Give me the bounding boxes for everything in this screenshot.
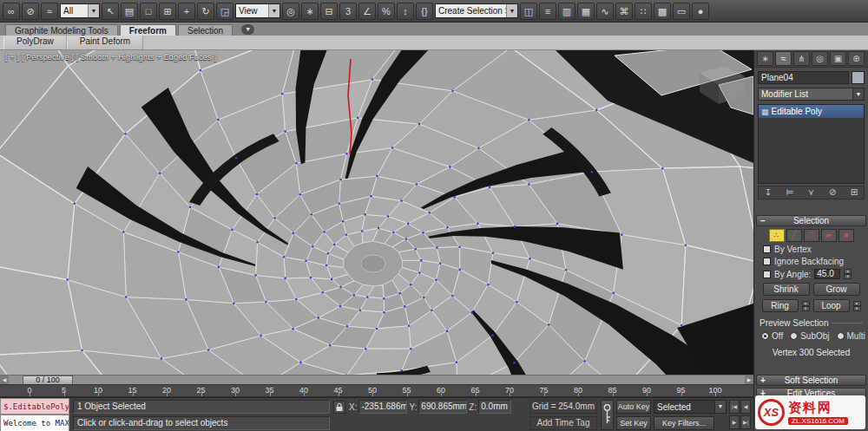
next-frame-button[interactable]: ▶ [729,415,740,429]
curve-editor-icon[interactable]: ∿ [596,3,614,20]
spinner-snap-icon[interactable]: ↕ [397,3,414,20]
set-keys-button[interactable] [601,400,614,430]
create-tab[interactable]: ∗ [757,51,773,66]
selection-rollout-header[interactable]: − Selection [756,215,866,226]
maxscript-listener[interactable]: Welcome to MAX! [0,415,69,431]
ribbon-panel-paint-deform[interactable]: Paint Deform [67,36,143,49]
edge-mode-icon[interactable]: ╱ [786,229,802,242]
key-filters-button[interactable]: Key Filters... [654,416,714,430]
goto-start-button[interactable]: |◀ [729,400,740,414]
display-tab[interactable]: ▣ [830,51,846,66]
maxscript-macro-recorder[interactable]: $.EditablePoly [0,398,69,415]
ribbon-tab-selection[interactable]: Selection [178,24,233,36]
percent-snap-icon[interactable]: % [378,3,395,20]
select-and-rotate-icon[interactable]: ↻ [197,3,214,20]
by-angle-row[interactable]: By Angle: 45.0 ▲▼ [763,269,868,279]
ring-spinner[interactable]: ▲▼ [802,301,810,311]
ribbon-tab-freeform[interactable]: Freeform [120,24,176,36]
selection-set-dropdown[interactable]: Selected ▼ [654,400,727,414]
y-value-field[interactable]: 690.865mm [418,400,467,414]
loop-spinner[interactable]: ▲▼ [853,301,861,311]
preview-subobj-radio[interactable]: SubObj [790,331,829,341]
stack-item-icon: ▦ [761,108,769,116]
stack-item-editable-poly[interactable]: ▦ Editable Poly [759,105,864,118]
render-production-icon[interactable]: ● [692,3,709,20]
mirror-icon[interactable]: ◫ [520,3,537,20]
preview-multi-radio[interactable]: Multi [837,331,865,341]
schematic-view-icon[interactable]: ⌘ [615,3,633,20]
z-value-field[interactable]: 0.0mm [478,400,511,414]
layer-manager-icon[interactable]: ▥ [558,3,575,20]
border-mode-icon[interactable]: □ [804,229,819,242]
polygon-mode-icon[interactable]: ▰ [821,229,837,242]
by-vertex-checkbox-row[interactable]: By Vertex [763,245,868,254]
rendered-frame-window-icon[interactable]: ▭ [673,3,690,20]
select-and-link-icon[interactable]: ∞ [3,3,20,20]
selection-filter-dropdown[interactable]: All▼ [60,3,100,18]
by-angle-checkbox[interactable] [763,271,771,278]
add-time-tag-button[interactable]: Add Time Tag [529,416,597,430]
modifier-list-dropdown[interactable]: Modifier List ▼ [758,88,865,101]
ignore-backfacing-checkbox[interactable] [763,258,771,265]
ring-button[interactable]: Ring [762,299,799,312]
select-by-name-icon[interactable]: ▤ [121,3,138,20]
align-icon[interactable]: ≡ [539,3,556,20]
track-bar[interactable]: ◀ 0 / 100 ▶ [0,375,753,384]
selection-lock-toggle[interactable] [333,401,345,414]
material-editor-icon[interactable]: ∷ [635,3,652,20]
watermark: XS 资料网 ZL.XS1616.COM [755,395,865,429]
set-key-button[interactable]: Set Key [616,416,651,430]
select-object-icon[interactable]: ↖ [102,3,119,20]
bind-to-space-warp-icon[interactable]: ≈ [41,3,58,20]
select-and-scale-icon[interactable]: ◲ [216,3,233,20]
configure-modifier-sets-icon[interactable]: ⊞ [847,187,861,198]
show-end-result-icon[interactable]: ⊨ [783,187,797,198]
rectangular-selection-region-icon[interactable]: □ [140,3,157,20]
select-and-move-icon[interactable]: + [178,3,195,20]
modify-tab[interactable]: ≈ [775,51,792,66]
loop-button[interactable]: Loop [813,299,850,312]
ignore-backfacing-checkbox-row[interactable]: Ignore Backfacing [763,257,868,266]
modifier-stack[interactable]: ▦ Editable Poly [758,104,865,184]
edit-named-selection-sets-icon[interactable]: {} [416,3,433,20]
utilities-tab[interactable]: ⊕ [848,51,865,66]
grow-button[interactable]: Grow [813,283,860,296]
object-name-field[interactable]: Plane04 [758,71,849,84]
selection-set-value: Selected [654,402,714,412]
preview-off-radio[interactable]: Off [761,331,783,341]
previous-frame-button[interactable]: ◀ [740,400,751,414]
pin-stack-icon[interactable]: ↧ [761,187,775,198]
ribbon-tab-graphite-modeling-tools[interactable]: Graphite Modeling Tools [5,24,118,36]
snap-toggle-icon[interactable]: 3 [339,3,357,20]
shrink-button[interactable]: Shrink [763,283,810,296]
viewport-label[interactable]: [ + ] [ Perspective ] [ Smooth + Highlig… [5,53,216,62]
element-mode-icon[interactable]: ■ [838,229,854,242]
remove-modifier-icon[interactable]: ⊘ [825,187,839,198]
by-angle-value-field[interactable]: 45.0 [814,269,840,279]
select-and-manipulate-icon[interactable]: ∗ [301,3,319,20]
ribbon-minimize-button[interactable]: ▼ [241,24,254,35]
soft-selection-rollout-header[interactable]: + Soft Selection [756,375,866,386]
use-pivot-center-icon[interactable]: ◎ [282,3,299,20]
make-unique-icon[interactable]: ⋎ [805,187,819,198]
reference-coordinate-dropdown[interactable]: View▼ [235,3,280,18]
auto-key-button[interactable]: Auto Key [616,400,651,414]
vertex-mode-icon[interactable]: ∴ [769,229,785,242]
goto-end-button[interactable]: ▶| [740,415,751,429]
render-setup-icon[interactable]: ▩ [654,3,671,20]
named-selection-sets-combo[interactable]: Create Selection Se▼ [435,3,518,18]
object-color-swatch[interactable] [852,71,865,84]
graphite-ribbon-toggle-icon[interactable]: ▦ [577,3,595,20]
x-value-field[interactable]: -2351.686mm [358,400,407,414]
by-angle-spinner[interactable]: ▲▼ [844,269,852,279]
ribbon-panel-polydraw[interactable]: PolyDraw [3,36,67,49]
angle-snap-icon[interactable]: ∠ [358,3,376,20]
timeline-ruler[interactable]: 0510152025303540455055606570758085909510… [0,384,753,397]
window-crossing-icon[interactable]: ⊞ [159,3,176,20]
perspective-viewport[interactable]: [ + ] [ Perspective ] [ Smooth + Highlig… [0,50,753,375]
by-vertex-checkbox[interactable] [763,245,771,253]
keyboard-override-icon[interactable]: ⊟ [320,3,338,20]
unlink-selection-icon[interactable]: ⊘ [22,3,39,20]
hierarchy-tab[interactable]: ⋔ [793,51,810,66]
motion-tab[interactable]: ◎ [812,51,828,66]
